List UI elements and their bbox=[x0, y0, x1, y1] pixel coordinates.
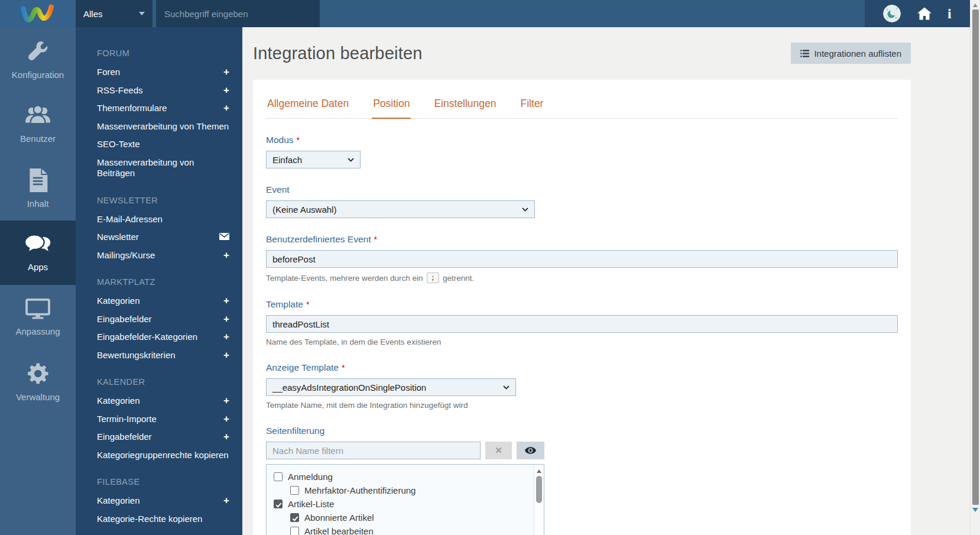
page-row-anmeldung[interactable]: Anmeldung bbox=[267, 470, 544, 484]
document-icon bbox=[28, 168, 48, 192]
list-scrollbar[interactable] bbox=[534, 465, 543, 535]
plus-icon[interactable]: + bbox=[223, 397, 229, 405]
template-input[interactable] bbox=[266, 315, 898, 333]
page-scrollbar[interactable] bbox=[970, 0, 980, 535]
eye-icon bbox=[525, 447, 536, 454]
plus-icon[interactable]: + bbox=[223, 315, 229, 323]
app-logo[interactable] bbox=[0, 0, 76, 27]
required-marker: * bbox=[374, 235, 377, 244]
page-filter-label: Seitenfilterung bbox=[266, 426, 898, 436]
tab-filter[interactable]: Filter bbox=[519, 89, 544, 119]
menu-item-mailings-kurse[interactable]: Mailings/Kurse + bbox=[76, 247, 242, 265]
menu-item-filebase-kategorien[interactable]: Kategorien + bbox=[76, 492, 242, 510]
menu-item-label: Eingabefelder-Kategorien bbox=[97, 332, 197, 343]
sidebar-item-verwaltung[interactable]: Verwaltung bbox=[0, 349, 76, 414]
plus-icon[interactable]: + bbox=[223, 433, 229, 441]
scroll-up-arrow-icon[interactable] bbox=[537, 469, 541, 473]
page-row-artikel-bearbeiten[interactable]: Artikel bearbeiten bbox=[267, 524, 544, 535]
list-integrations-button[interactable]: Integrationen auflisten bbox=[791, 43, 911, 64]
page-row-artikel-liste[interactable]: Artikel-Liste bbox=[267, 497, 544, 511]
menu-section-title: FORUM bbox=[76, 35, 242, 63]
menu-item-kategoriegruppenrechte[interactable]: Kategoriegruppenrechte kopieren bbox=[76, 446, 242, 465]
plus-icon[interactable]: + bbox=[223, 351, 229, 359]
sidebar-item-inhalt[interactable]: Inhalt bbox=[0, 156, 76, 221]
menu-item-termin-importe[interactable]: Termin-Importe + bbox=[76, 410, 242, 429]
sidebar-item-anpassung[interactable]: Anpassung bbox=[0, 285, 76, 349]
menu-item-kalender-kategorien[interactable]: Kategorien + bbox=[76, 392, 242, 410]
menu-item-newsletter[interactable]: Newsletter bbox=[76, 228, 242, 247]
page-row-abonnierte-artikel[interactable]: Abonnierte Artikel bbox=[267, 511, 544, 524]
topbar: Alles i bbox=[0, 0, 970, 27]
page-filter-list: Anmeldung Mehrfaktor-Authentifizierung A… bbox=[266, 464, 544, 535]
plus-icon[interactable]: + bbox=[223, 415, 229, 423]
checkbox-checked-icon[interactable] bbox=[290, 513, 299, 522]
modus-select[interactable]: Einfach bbox=[266, 151, 361, 168]
menu-item-label: Foren bbox=[97, 67, 120, 78]
envelope-icon[interactable] bbox=[219, 233, 229, 241]
menu-item-label: SEO-Texte bbox=[97, 139, 140, 150]
tab-position[interactable]: Position bbox=[372, 89, 411, 119]
menu-item-marktplatz-eingabefelder[interactable]: Eingabefelder + bbox=[76, 310, 242, 329]
menu-item-massenverarbeitung-beitraege[interactable]: Massenverarbeitung von Beiträgen bbox=[76, 154, 242, 183]
page-filter-input[interactable] bbox=[266, 442, 481, 459]
checkbox-checked-icon[interactable] bbox=[274, 500, 283, 508]
submenu: FORUM Foren + RSS-Feeds + Themenformular… bbox=[76, 27, 242, 535]
template-label: Template * bbox=[266, 299, 898, 310]
menu-item-kalender-eingabefelder[interactable]: Eingabefelder + bbox=[76, 428, 242, 446]
chevron-down-icon bbox=[348, 158, 354, 162]
menu-item-email-adressen[interactable]: E-Mail-Adressen bbox=[76, 210, 242, 229]
sidebar-item-benutzer[interactable]: Benutzer bbox=[0, 92, 76, 156]
user-menu-button[interactable] bbox=[883, 5, 901, 22]
clear-filter-button[interactable]: ✕ bbox=[485, 442, 512, 459]
menu-item-seo-texte[interactable]: SEO-Texte bbox=[76, 135, 242, 154]
custom-event-input[interactable] bbox=[266, 250, 898, 268]
menu-item-label: Kategorien bbox=[97, 495, 140, 507]
sidebar-item-apps[interactable]: Apps bbox=[0, 221, 76, 285]
custom-event-label: Benutzerdefiniertes Event * bbox=[266, 234, 898, 245]
scroll-up-arrow-icon[interactable] bbox=[973, 4, 978, 7]
plus-icon[interactable]: + bbox=[223, 251, 229, 260]
toggle-visibility-button[interactable] bbox=[517, 442, 544, 459]
sidebar-item-konfiguration[interactable]: Konfiguration bbox=[0, 27, 76, 92]
scrollbar-thumb[interactable] bbox=[972, 9, 979, 505]
chevron-down-icon bbox=[139, 12, 145, 15]
info-button[interactable]: i bbox=[947, 7, 952, 21]
tab-einstellungen[interactable]: Einstellungen bbox=[433, 89, 497, 119]
menu-item-label: Newsletter bbox=[97, 232, 139, 243]
menu-item-bewertungskriterien[interactable]: Bewertungskriterien + bbox=[76, 346, 242, 365]
menu-item-eingabefelder-kategorien[interactable]: Eingabefelder-Kategorien + bbox=[76, 328, 242, 346]
plus-icon[interactable]: + bbox=[223, 497, 229, 505]
menu-item-label: E-Mail-Adressen bbox=[97, 214, 163, 225]
search-scope-select[interactable]: Alles bbox=[76, 0, 152, 27]
scroll-down-arrow-icon[interactable] bbox=[972, 508, 978, 512]
plus-icon[interactable]: + bbox=[223, 297, 229, 305]
sidebar-item-label: Apps bbox=[28, 262, 48, 272]
scrollbar-thumb[interactable] bbox=[536, 476, 542, 503]
list-integrations-label: Integrationen auflisten bbox=[814, 48, 901, 59]
menu-item-themenformulare[interactable]: Themenformulare + bbox=[76, 99, 242, 118]
event-select[interactable]: (Keine Auswahl) bbox=[266, 200, 535, 218]
checkbox-unchecked-icon[interactable] bbox=[274, 472, 283, 481]
home-button[interactable] bbox=[917, 7, 932, 20]
page-row-mehrfaktor[interactable]: Mehrfaktor-Authentifizierung bbox=[267, 484, 544, 497]
chevron-down-icon bbox=[522, 207, 528, 212]
search-input[interactable] bbox=[156, 9, 320, 19]
plus-icon[interactable]: + bbox=[223, 104, 229, 112]
event-select-value: (Keine Auswahl) bbox=[272, 205, 336, 215]
menu-item-label: Bewertungskriterien bbox=[97, 350, 176, 361]
moon-avatar-icon bbox=[883, 5, 901, 22]
checkbox-unchecked-icon[interactable] bbox=[290, 486, 299, 495]
checkbox-unchecked-icon[interactable] bbox=[290, 527, 299, 535]
plus-icon[interactable]: + bbox=[223, 68, 229, 76]
tab-allgemeine-daten[interactable]: Allgemeine Daten bbox=[266, 89, 350, 119]
menu-item-marktplatz-kategorien[interactable]: Kategorien + bbox=[76, 292, 242, 310]
menu-item-massenverarbeitung-themen[interactable]: Massenverarbeitung von Themen bbox=[76, 118, 242, 136]
plus-icon[interactable]: + bbox=[223, 86, 229, 95]
menu-item-foren[interactable]: Foren + bbox=[76, 63, 242, 82]
menu-item-kategorie-rechte[interactable]: Kategorie-Rechte kopieren bbox=[76, 510, 242, 528]
topbar-spacer bbox=[320, 0, 865, 27]
menu-section-title: KALENDER bbox=[76, 364, 242, 392]
plus-icon[interactable]: + bbox=[223, 333, 229, 341]
display-template-select[interactable]: __easyAdsIntegrationOnSinglePosition bbox=[266, 378, 516, 396]
menu-item-rss-feeds[interactable]: RSS-Feeds + bbox=[76, 82, 242, 100]
